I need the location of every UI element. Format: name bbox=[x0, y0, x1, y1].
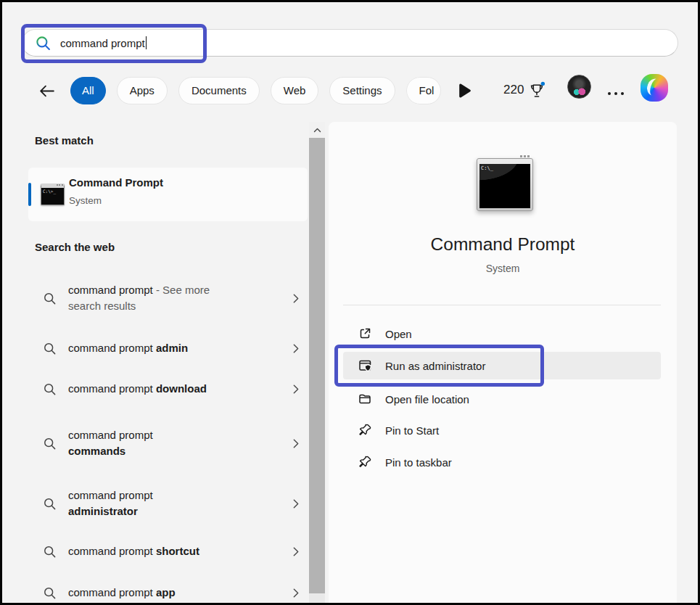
action-label: Run as administrator bbox=[385, 360, 485, 372]
chevron-up-icon bbox=[311, 125, 324, 136]
cmd-icon-text: C:\>_ bbox=[43, 189, 56, 194]
left-panel-scrollbar[interactable] bbox=[309, 122, 325, 603]
command-prompt-icon-large: C:\_ bbox=[477, 158, 533, 211]
run-as-admin-shield-icon bbox=[358, 358, 372, 373]
tab-apps[interactable]: Apps bbox=[117, 77, 168, 104]
suggestion-bold: shortcut bbox=[156, 545, 199, 557]
user-avatar[interactable] bbox=[567, 75, 591, 99]
search-icon bbox=[43, 545, 57, 559]
app-subtitle: System bbox=[329, 263, 677, 274]
suggestion-text: command prompt bbox=[68, 284, 153, 296]
best-match-subtitle: System bbox=[69, 195, 102, 206]
tab-settings[interactable]: Settings bbox=[329, 77, 395, 104]
search-icon bbox=[43, 497, 57, 511]
filter-tabs: All Apps Documents Web Settings Fol bbox=[70, 77, 441, 104]
copilot-icon[interactable] bbox=[641, 74, 668, 102]
web-suggestion-row[interactable]: command promptcommands bbox=[28, 424, 308, 463]
suggestion-bold: app bbox=[156, 586, 176, 598]
pin-icon bbox=[358, 423, 372, 437]
tab-folders-label: Fol bbox=[406, 77, 441, 104]
more-tabs-button[interactable] bbox=[456, 83, 472, 99]
best-match-header: Best match bbox=[35, 134, 94, 147]
best-match-title: Command Prompt bbox=[69, 176, 163, 189]
pin-icon bbox=[358, 455, 372, 469]
suggestion-text: command prompt bbox=[68, 545, 156, 557]
more-options-button[interactable] bbox=[606, 86, 625, 99]
chevron-right-icon bbox=[290, 497, 302, 511]
search-input[interactable]: command prompt bbox=[22, 29, 678, 57]
web-suggestion-row[interactable]: command prompt app bbox=[28, 583, 308, 603]
web-suggestion-row[interactable]: command prompt - See moresearch results bbox=[28, 281, 308, 316]
action-label: Pin to taskbar bbox=[385, 456, 452, 469]
result-detail-panel: C:\_ Command Prompt System Open Run as a… bbox=[329, 122, 677, 603]
back-button[interactable] bbox=[36, 80, 57, 102]
action-label: Pin to Start bbox=[385, 424, 439, 437]
chevron-right-icon bbox=[290, 586, 302, 600]
action-open-file-location[interactable]: Open file location bbox=[343, 389, 661, 409]
suggestion-text: command prompt bbox=[68, 489, 153, 501]
scroll-up-button[interactable] bbox=[309, 122, 325, 138]
action-pin-to-start[interactable]: Pin to Start bbox=[343, 420, 661, 440]
tab-documents[interactable]: Documents bbox=[178, 77, 260, 104]
play-icon bbox=[456, 83, 472, 99]
action-open[interactable]: Open bbox=[343, 324, 661, 344]
command-prompt-icon: C:\>_ bbox=[41, 184, 65, 205]
back-arrow-icon bbox=[38, 82, 56, 100]
search-icon bbox=[43, 342, 57, 355]
cmd-window-controls bbox=[520, 155, 530, 157]
tab-folders-clipped[interactable]: Fol bbox=[406, 77, 441, 104]
chevron-right-icon bbox=[290, 342, 302, 355]
suggestion-text: command prompt bbox=[68, 382, 156, 395]
search-icon bbox=[43, 382, 57, 396]
app-title: Command Prompt bbox=[329, 234, 677, 255]
search-icon bbox=[43, 437, 57, 450]
trophy-icon bbox=[529, 81, 545, 98]
search-query-text: command prompt bbox=[60, 37, 145, 49]
search-the-web-header: Search the web bbox=[35, 241, 115, 253]
suggestion-text: command prompt bbox=[68, 586, 156, 598]
chevron-right-icon bbox=[290, 382, 302, 396]
chevron-right-icon bbox=[290, 545, 302, 559]
action-label: Open bbox=[385, 328, 412, 340]
ellipsis-icon bbox=[606, 91, 625, 96]
suggestion-bold: commands bbox=[68, 443, 265, 459]
web-suggestion-row[interactable]: command prompt shortcut bbox=[28, 541, 308, 561]
suggestion-note: - See more bbox=[153, 284, 210, 296]
tab-web[interactable]: Web bbox=[271, 77, 319, 104]
cmd-icon-text: C:\_ bbox=[481, 165, 493, 171]
suggestion-bold: admin bbox=[156, 342, 188, 354]
suggestion-text: command prompt bbox=[68, 429, 153, 441]
action-pin-to-taskbar[interactable]: Pin to taskbar bbox=[343, 452, 661, 472]
suggestion-bold: download bbox=[156, 382, 207, 395]
folder-icon bbox=[358, 392, 372, 406]
web-suggestion-row[interactable]: command prompt download bbox=[28, 379, 308, 399]
action-run-as-administrator[interactable]: Run as administrator bbox=[343, 352, 661, 379]
action-label: Open file location bbox=[385, 393, 469, 406]
chevron-right-icon bbox=[290, 292, 302, 305]
search-icon bbox=[43, 586, 57, 600]
suggestion-bold: administrator bbox=[68, 503, 265, 519]
windows-search-panel: command prompt All Apps Documents Web Se… bbox=[0, 0, 700, 605]
suggestion-note: search results bbox=[68, 298, 265, 314]
text-cursor bbox=[146, 36, 147, 49]
tab-all[interactable]: All bbox=[70, 77, 106, 104]
scrollbar-thumb[interactable] bbox=[309, 138, 325, 593]
chevron-right-icon bbox=[290, 437, 302, 450]
divider bbox=[343, 305, 661, 305]
search-icon bbox=[43, 292, 57, 305]
rewards-counter[interactable]: 220 bbox=[503, 81, 545, 98]
best-match-result[interactable]: C:\>_ Command Prompt System bbox=[28, 168, 308, 221]
web-suggestion-row[interactable]: command prompt admin bbox=[28, 338, 308, 358]
rewards-points: 220 bbox=[503, 83, 524, 97]
web-suggestion-row[interactable]: command promptadministrator bbox=[28, 485, 308, 522]
open-external-icon bbox=[358, 326, 372, 341]
cmd-window-controls bbox=[57, 184, 63, 186]
suggestion-text: command prompt bbox=[68, 342, 156, 354]
search-icon bbox=[36, 36, 51, 51]
